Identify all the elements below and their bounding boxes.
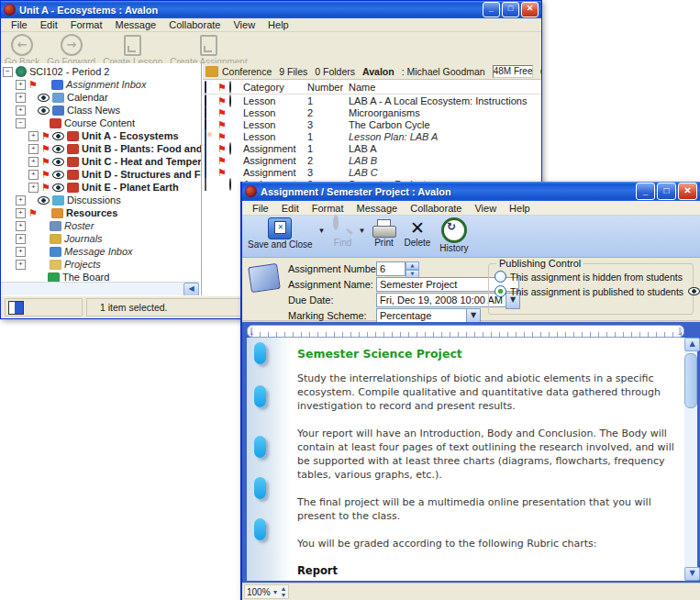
expander-icon[interactable]: + (16, 260, 26, 270)
expander-icon[interactable]: − (3, 67, 13, 77)
expander-icon[interactable]: + (16, 93, 26, 103)
tree-item-message-inbox[interactable]: +Message Inbox (3, 245, 201, 258)
document-vertical-scrollbar[interactable]: ▲ ▼ (684, 338, 697, 581)
tree-item-unit-a-ecosystems[interactable]: +⚑Unit A - Ecosystems (3, 129, 201, 142)
chevron-down-icon[interactable]: ▼ (272, 589, 279, 595)
expander-icon[interactable]: + (16, 195, 26, 206)
minimize-button[interactable]: _ (636, 183, 655, 200)
expander-icon[interactable]: + (16, 106, 26, 116)
menu-view[interactable]: View (468, 203, 503, 214)
document-content[interactable]: Semester Science Project Study the inter… (297, 343, 675, 581)
close-button[interactable]: ✕ (521, 2, 539, 17)
assignment-number-input[interactable]: 6 (376, 261, 406, 276)
toolbar-button-save-and-close[interactable]: Save and Close (248, 217, 313, 250)
menu-file[interactable]: File (5, 19, 34, 30)
window2-titlebar[interactable]: Assignment / Semester Project : Avalon _… (242, 182, 700, 201)
menu-edit[interactable]: Edit (275, 203, 306, 214)
menu-format[interactable]: Format (306, 203, 350, 214)
list-item-lesson-plan-lab-a[interactable]: ⚑Lesson1Lesson Plan: LAB A (203, 130, 541, 142)
expander-icon[interactable]: + (28, 157, 39, 167)
list-item-microorganisms[interactable]: ⚑Lesson2Microorganisms (203, 106, 541, 118)
column-category[interactable]: Category (243, 82, 307, 93)
scrollbar-thumb[interactable] (684, 353, 697, 408)
list-item-lab-a-a-local-ecosystem-instructions[interactable]: ⚑Lesson1LAB A - A Local Ecosystem: Instr… (203, 94, 541, 106)
toolbar-button-history[interactable]: History (439, 217, 468, 253)
expander-icon[interactable]: + (28, 183, 39, 193)
toolbar-button-create-lesson[interactable]: Create Lesson (103, 34, 162, 67)
zoom-control[interactable]: 100% ▼ ▲▼ (244, 584, 289, 599)
menu-collaborate[interactable]: Collaborate (162, 19, 227, 30)
expander-icon[interactable]: + (16, 80, 26, 90)
radio-selected-icon[interactable] (494, 285, 506, 297)
menu-file[interactable]: File (246, 203, 275, 214)
menu-message[interactable]: Message (109, 19, 163, 30)
tree-item-course-content[interactable]: −Course Content (3, 117, 201, 129)
tree-item-discussions[interactable]: +Discussions (3, 194, 201, 206)
tree-item-unit-d-structures-and-forces[interactable]: +⚑Unit D - Structures and Forces (3, 168, 201, 181)
toolbar-button-print[interactable]: Print (372, 217, 394, 248)
scroll-down-icon[interactable]: ▼ (684, 567, 700, 581)
panel-view-icon[interactable] (8, 301, 24, 315)
scroll-up-icon[interactable]: ▲ (684, 338, 700, 351)
expander-icon[interactable]: + (16, 208, 26, 218)
column-name[interactable]: Name (349, 82, 541, 93)
expander-icon[interactable]: − (16, 118, 26, 128)
tree-item-resources[interactable]: +⚑Resources (3, 206, 201, 219)
expander-icon[interactable]: + (16, 234, 26, 244)
expander-icon[interactable]: + (28, 170, 39, 180)
radio-hidden-option[interactable]: This assignment is hidden from students (494, 271, 693, 283)
menu-edit[interactable]: Edit (34, 19, 64, 30)
column-number[interactable]: Number (307, 82, 349, 93)
tree-item-unit-c-heat-and-temperature[interactable]: +⚑Unit C - Heat and Temperature (3, 155, 201, 168)
tree-root-sci102[interactable]: −SCI102 - Period 2 (3, 65, 201, 78)
user-status-icon[interactable] (540, 67, 541, 76)
menu-format[interactable]: Format (64, 19, 109, 30)
menu-message[interactable]: Message (350, 203, 405, 214)
menu-collaborate[interactable]: Collaborate (404, 203, 468, 214)
tree-item-assignment-inbox[interactable]: +⚑Assignment Inbox (3, 78, 201, 91)
list-header-row[interactable]: ⚑ Category Number Name (203, 80, 541, 94)
ruler[interactable]: ⟦ ⟧ (247, 325, 684, 338)
maximize-button[interactable]: □ (657, 183, 676, 200)
tree-item-calendar[interactable]: +Calendar (3, 91, 201, 104)
zoom-stepper-icon[interactable]: ▲▼ (281, 585, 287, 598)
window1-titlebar[interactable]: Unit A - Ecosystems : Avalon _ □ ✕ (1, 1, 541, 18)
tree-item-projects[interactable]: +Projects (3, 258, 201, 271)
marking-scheme-select[interactable]: Percentage (376, 308, 480, 323)
close-button[interactable]: ✕ (678, 183, 697, 200)
tree-item-unit-b-plants-food-and-fibre[interactable]: +⚑Unit B - Plants: Food and Fibre (3, 142, 201, 155)
ruler-right-indent-marker[interactable]: ⟧ (678, 327, 682, 336)
tree-item-journals[interactable]: +Journals (3, 232, 201, 245)
expander-icon[interactable]: + (16, 221, 26, 231)
menu-view[interactable]: View (227, 19, 261, 30)
list-item-lab-c[interactable]: ⚑Assignment3LAB C (203, 166, 541, 178)
tree-item-roster[interactable]: +Roster (3, 219, 201, 232)
expander-icon[interactable]: + (28, 131, 39, 141)
list-item-the-carbon-cycle[interactable]: ⚑Lesson3The Carbon Cycle (203, 118, 541, 130)
tree-item-label: Calendar (67, 92, 108, 103)
tree-horizontal-scrollbar[interactable]: ◀ (1, 282, 199, 295)
avalon-app-icon (4, 4, 16, 16)
document-page[interactable]: Semester Science Project Study the inter… (247, 338, 684, 581)
toolbar-button-go-forward[interactable]: →Go Forward (47, 34, 95, 67)
tree-item-unit-e-planet-earth[interactable]: +⚑Unit E - Planet Earth (3, 181, 201, 194)
toolbar-button-delete[interactable]: ✕Delete (404, 217, 430, 248)
expander-icon[interactable]: + (28, 144, 39, 154)
dropdown-arrow-icon[interactable]: ▼ (359, 227, 366, 235)
assignment-number-stepper[interactable]: ▲▼ (406, 261, 419, 278)
expander-icon[interactable]: + (16, 247, 26, 257)
ruler-left-indent-marker[interactable]: ⟦ (250, 327, 253, 336)
toolbar-button-go-back[interactable]: ←Go Back (5, 34, 39, 67)
radio-unselected-icon[interactable] (494, 271, 506, 283)
radio-published-option[interactable]: This assignment is published to students (494, 285, 693, 297)
list-item-lab-a[interactable]: ⚑Assignment1LAB A (203, 142, 541, 154)
toolbar-button-create-assignment[interactable]: Create Assignment (170, 34, 248, 67)
tree-item-class-news[interactable]: +Class News (3, 104, 201, 117)
maximize-button[interactable]: □ (502, 2, 519, 17)
menu-help[interactable]: Help (261, 19, 295, 30)
menu-help[interactable]: Help (503, 203, 537, 214)
minimize-button[interactable]: _ (483, 2, 500, 17)
dropdown-arrow-icon[interactable]: ▼ (318, 227, 326, 235)
list-item-lab-b[interactable]: ⚑Assignment2LAB B (203, 154, 541, 166)
scroll-left-icon[interactable]: ◀ (183, 283, 199, 295)
